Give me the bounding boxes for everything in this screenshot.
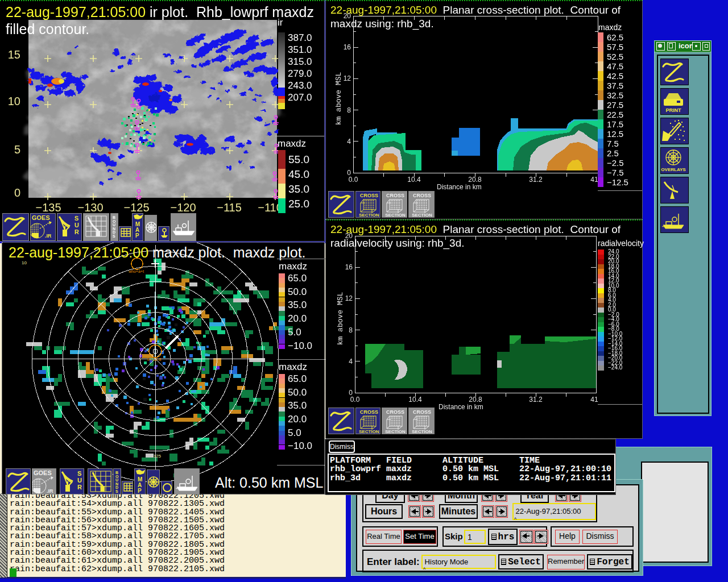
svg-text:P: P [135, 232, 139, 239]
svg-text:CROSS: CROSS [386, 193, 404, 198]
svg-text:S: S [75, 215, 78, 222]
svg-text:-125: -125 [152, 454, 162, 459]
svg-text:CROSS: CROSS [360, 409, 378, 415]
svg-text:.IR: .IR [45, 233, 52, 239]
svg-text:GOES: GOES [34, 469, 52, 476]
svg-text:R: R [75, 228, 79, 235]
svg-text:CROSS: CROSS [360, 193, 378, 198]
svg-text:S: S [113, 234, 115, 238]
svg-text:SECTION: SECTION [385, 213, 406, 217]
svg-text:U: U [75, 222, 79, 228]
svg-text:S: S [77, 470, 81, 477]
svg-text:10: 10 [22, 260, 27, 265]
svg-text:SECTION: SECTION [359, 213, 379, 217]
svg-text:CROSS: CROSS [413, 193, 431, 198]
svg-text:OVERLAYS: OVERLAYS [661, 167, 686, 172]
svg-text:CROSS: CROSS [413, 409, 431, 415]
svg-text:U: U [77, 477, 82, 484]
svg-text:SECTION: SECTION [412, 429, 432, 434]
svg-text:b<-12-8: b<-12-8 [147, 357, 161, 361]
svg-text:SECTION: SECTION [385, 429, 406, 434]
svg-text:P: P [138, 488, 142, 494]
svg-text:SECTION: SECTION [412, 213, 432, 217]
svg-text:PRINT: PRINT [666, 107, 682, 113]
svg-text:who+a+t: who+a+t [128, 269, 144, 273]
svg-text:S: S [115, 489, 118, 493]
svg-text:R: R [77, 484, 82, 490]
svg-text:GOES: GOES [32, 214, 50, 221]
svg-text:SECTION: SECTION [359, 429, 379, 434]
svg-text:CROSS: CROSS [386, 409, 404, 415]
svg-text:.IR: .IR [47, 488, 53, 494]
